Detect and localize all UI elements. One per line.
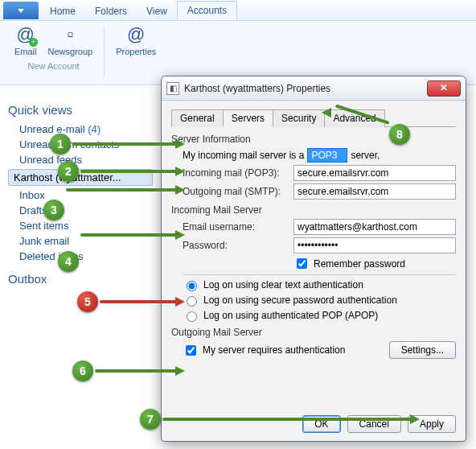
email-label: Email — [14, 47, 37, 56]
dialog-title: Karthost (wyattmatters) Properties — [184, 83, 427, 94]
nav-deleted[interactable]: Deleted items — [8, 249, 153, 264]
at-icon: @ — [127, 24, 145, 45]
nav-inbox[interactable]: Inbox — [8, 187, 153, 203]
document-icon: ▫ — [67, 24, 73, 45]
properties-label: Properties — [116, 47, 156, 56]
at-icon: @+ — [17, 24, 35, 45]
group-label: New Account — [27, 61, 79, 71]
dialog-titlebar[interactable]: ◧ Karthost (wyattmatters) Properties ✕ — [162, 76, 466, 101]
password-input[interactable] — [293, 237, 456, 253]
req-auth-label: My server requires authentication — [203, 344, 389, 356]
nav-outbox[interactable]: Outbox — [8, 272, 153, 286]
outgoing-ms-label: Outgoing Mail Server — [171, 327, 456, 338]
tab-view[interactable]: View — [137, 2, 177, 20]
tab-folders[interactable]: Folders — [85, 2, 137, 20]
tab-home[interactable]: Home — [40, 2, 85, 20]
nav-sent[interactable]: Sent items — [8, 218, 153, 233]
tab-accounts[interactable]: Accounts — [177, 1, 237, 20]
dtab-advanced[interactable]: Advanced — [324, 109, 384, 127]
folder-tree: Quick views Unread e-mail (4) Unread fro… — [0, 85, 161, 449]
properties-dialog: ◧ Karthost (wyattmatters) Properties ✕ G… — [161, 76, 466, 442]
auth-spa-label: Log on using secure password authenticat… — [203, 295, 397, 306]
apply-button[interactable]: Apply — [408, 415, 456, 433]
username-input[interactable] — [293, 219, 456, 235]
dialog-icon: ◧ — [166, 82, 179, 95]
server-type-row: My incoming mail server is a POP3 server… — [183, 148, 456, 163]
auth-clear-label: Log on using clear text authentication — [203, 279, 363, 290]
dtab-general[interactable]: General — [171, 109, 224, 127]
incoming-server-input[interactable] — [293, 165, 456, 181]
auth-apop-label: Log on using authenticated POP (APOP) — [203, 310, 378, 321]
nav-unread-feeds[interactable]: Unread feeds — [8, 152, 153, 167]
quick-views-header[interactable]: Quick views — [8, 103, 153, 117]
req-auth-checkbox[interactable] — [186, 345, 196, 356]
divider — [183, 274, 456, 275]
auth-apop-radio[interactable] — [187, 311, 197, 322]
password-label: Password: — [183, 240, 293, 251]
remember-password-checkbox[interactable] — [297, 258, 307, 269]
chevron-down-icon — [18, 9, 24, 13]
close-button[interactable]: ✕ — [427, 80, 461, 97]
server-info-label: Server Information — [171, 134, 456, 145]
dtab-servers[interactable]: Servers — [223, 109, 273, 127]
unread-count: (4) — [88, 123, 101, 135]
plus-icon: + — [29, 38, 38, 47]
ok-button[interactable]: OK — [302, 415, 340, 433]
outgoing-server-input[interactable] — [293, 183, 456, 200]
auth-clear-radio[interactable] — [187, 281, 197, 291]
nav-drafts[interactable]: Drafts — [8, 203, 153, 218]
remember-label: Remember password — [314, 258, 405, 270]
incoming-ms-label: Incoming Mail Server — [171, 204, 456, 216]
ribbon-group-new-account: @+ Email ▫ Newsgroup New Account — [8, 24, 99, 81]
dialog-tabs: General Servers Security Advanced — [171, 109, 456, 127]
auth-spa-radio[interactable] — [187, 296, 197, 307]
dtab-security[interactable]: Security — [273, 109, 325, 127]
cancel-button[interactable]: Cancel — [347, 415, 401, 433]
server-type-suffix: server. — [351, 150, 380, 161]
nav-unread-email[interactable]: Unread e-mail (4) — [8, 122, 153, 137]
outgoing-label: Outgoing mail (SMTP): — [183, 186, 293, 197]
settings-button[interactable]: Settings... — [389, 341, 456, 359]
properties-button[interactable]: @ Properties — [116, 24, 156, 56]
server-type-prefix: My incoming mail server is a — [183, 150, 304, 161]
username-label: Email username: — [183, 221, 293, 233]
separator — [104, 27, 105, 78]
nav-account[interactable]: Karthost (wyattmatter... — [8, 169, 153, 186]
newsgroup-button[interactable]: ▫ Newsgroup — [48, 24, 93, 56]
app-menu-button[interactable] — [3, 2, 39, 19]
incoming-label: Incoming mail (POP3): — [183, 167, 293, 179]
nav-junk[interactable]: Junk email — [8, 233, 153, 249]
ribbon-tabs: Home Folders View Accounts — [0, 0, 476, 21]
ribbon-group-properties: @ Properties — [109, 24, 162, 81]
server-type-value: POP3 — [307, 148, 347, 163]
nav-unread-contacts[interactable]: Unread from contacts — [8, 137, 153, 152]
newsgroup-label: Newsgroup — [48, 47, 93, 56]
email-account-button[interactable]: @+ Email — [14, 24, 37, 56]
